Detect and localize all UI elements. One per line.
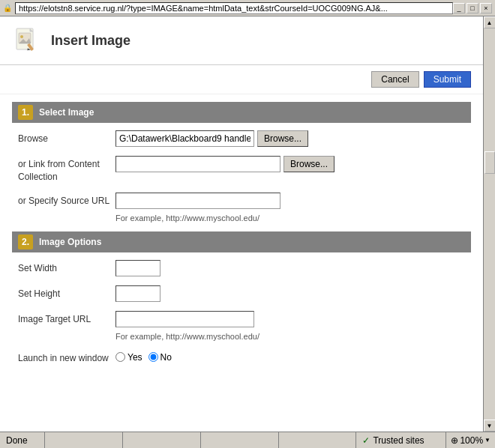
- scroll-thumb[interactable]: [484, 151, 495, 174]
- section-1-title: Select Image: [39, 107, 94, 118]
- section-1-header: 1. Select Image: [12, 102, 471, 123]
- launch-new-window-label: Launch in new window: [18, 350, 116, 365]
- launch-yes-option: Yes: [116, 352, 142, 363]
- zoom-dropdown-icon[interactable]: ▼: [484, 437, 490, 444]
- target-url-hint: For example, http://www.myschool.edu/: [116, 332, 260, 341]
- section-select-image: 1. Select Image Browse Browse... or Link…: [12, 102, 471, 223]
- height-input[interactable]: [116, 285, 160, 302]
- close-button[interactable]: ×: [480, 3, 492, 13]
- zoom-label: 100%: [460, 435, 483, 446]
- zoom-section: ⊕ 100% ▼: [446, 432, 495, 448]
- status-segment-2: [123, 432, 201, 448]
- svg-point-5: [20, 35, 23, 38]
- restore-button[interactable]: □: [466, 3, 478, 13]
- scrollbar[interactable]: ▲ ▼: [483, 16, 495, 432]
- width-label: Set Width: [18, 260, 116, 275]
- content-collection-label: or Link from Content Collection: [18, 156, 116, 184]
- section-2-header: 2. Image Options: [12, 231, 471, 252]
- trusted-sites-label: Trusted sites: [373, 435, 424, 446]
- lock-icon: 🔒: [3, 4, 12, 12]
- target-url-control: For example, http://www.myschool.edu/: [116, 311, 260, 341]
- scroll-down-button[interactable]: ▼: [484, 420, 496, 432]
- zoom-icon: ⊕: [451, 435, 458, 446]
- launch-yes-label: Yes: [128, 352, 142, 363]
- browse-control: Browse...: [116, 130, 308, 147]
- source-url-hint: For example, http://www.myschool.edu/: [116, 214, 260, 223]
- browser-url-bar: 🔒 https://elotstn8.service.rug.nl/?type=…: [3, 2, 453, 14]
- main-content: Insert Image Cancel Submit 1. Select Ima…: [0, 16, 483, 432]
- launch-new-window-control: Yes No: [116, 350, 172, 363]
- launch-new-window-row: Launch in new window Yes No: [12, 350, 471, 365]
- trusted-sites-section: ✓ Trusted sites: [356, 432, 446, 448]
- launch-no-label: No: [160, 352, 172, 363]
- source-url-label: or Specify Source URL: [18, 193, 116, 208]
- section-1-number: 1.: [18, 105, 33, 120]
- content-collection-control: Browse...: [116, 156, 334, 172]
- status-spacer: [45, 432, 356, 448]
- status-segment-1: [45, 432, 123, 448]
- launch-no-option: No: [148, 352, 172, 363]
- launch-yes-radio[interactable]: [116, 352, 125, 362]
- width-row: Set Width: [12, 260, 471, 276]
- page-header: Insert Image: [0, 16, 483, 65]
- section-2-title: Image Options: [39, 237, 101, 247]
- submit-button[interactable]: Submit: [424, 71, 471, 88]
- source-url-row: or Specify Source URL For example, http:…: [12, 193, 471, 223]
- status-bar: Done ✓ Trusted sites ⊕ 100% ▼: [0, 432, 495, 448]
- cancel-button[interactable]: Cancel: [371, 71, 418, 88]
- browse-file-input[interactable]: [116, 130, 254, 147]
- section-2-number: 2.: [18, 234, 33, 249]
- height-label: Set Height: [18, 285, 116, 300]
- target-url-label: Image Target URL: [18, 311, 116, 326]
- target-url-row: Image Target URL For example, http://www…: [12, 311, 471, 341]
- scroll-up-button[interactable]: ▲: [484, 16, 496, 28]
- width-input[interactable]: [116, 260, 160, 276]
- content-collection-row: or Link from Content Collection Browse..…: [12, 156, 471, 184]
- status-done: Done: [0, 432, 45, 448]
- toolbar: Cancel Submit: [0, 65, 483, 94]
- content-collection-browse-button[interactable]: Browse...: [284, 156, 334, 172]
- page-title: Insert Image: [51, 33, 130, 49]
- browse-row: Browse Browse...: [12, 130, 471, 147]
- browse-file-button[interactable]: Browse...: [257, 130, 308, 147]
- height-row: Set Height: [12, 285, 471, 302]
- height-control: [116, 285, 160, 302]
- minimize-button[interactable]: _: [453, 3, 465, 13]
- section-image-options: 2. Image Options Set Width Set Height: [12, 231, 471, 389]
- status-segment-4: [279, 432, 357, 448]
- status-segment-3: [201, 432, 279, 448]
- source-url-input[interactable]: [116, 193, 280, 209]
- window-controls: _ □ ×: [453, 3, 492, 13]
- content-collection-input[interactable]: [116, 156, 280, 172]
- launch-no-radio[interactable]: [148, 352, 158, 362]
- trusted-checkmark-icon: ✓: [362, 435, 370, 446]
- width-control: [116, 260, 160, 276]
- url-text[interactable]: https://elotstn8.service.rug.nl/?type=IM…: [15, 2, 453, 14]
- source-url-control: For example, http://www.myschool.edu/: [116, 193, 280, 223]
- page-icon: [12, 25, 42, 55]
- browser-titlebar: 🔒 https://elotstn8.service.rug.nl/?type=…: [0, 0, 495, 16]
- browse-label: Browse: [18, 130, 116, 145]
- target-url-input[interactable]: [116, 311, 254, 327]
